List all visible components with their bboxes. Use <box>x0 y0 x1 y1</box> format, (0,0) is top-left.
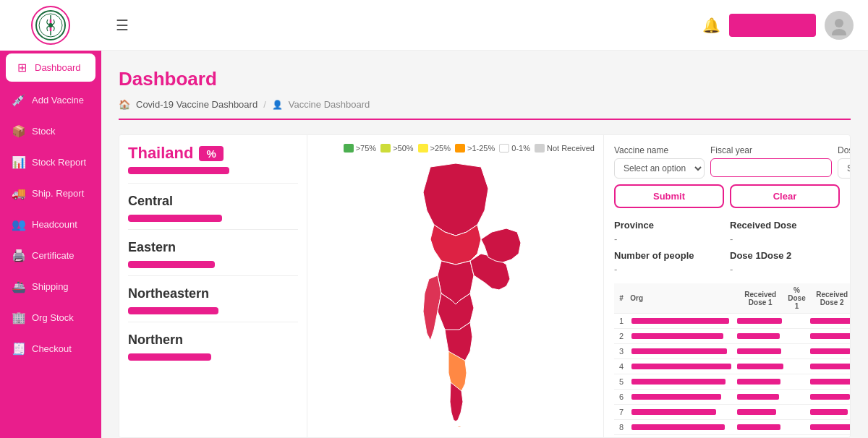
cell-num: 7 <box>614 405 629 420</box>
region-central-name: Central <box>128 194 298 209</box>
table-row: 1 <box>614 314 850 329</box>
table-row: 7 <box>614 405 850 420</box>
clear-button[interactable]: Clear <box>730 184 840 208</box>
cell-d2 <box>807 420 850 435</box>
add-vaccine-icon: 💉 <box>12 93 26 107</box>
region-eastern: Eastern <box>128 229 298 275</box>
region-eastern-name: Eastern <box>128 240 298 255</box>
cell-pct1 <box>786 405 807 420</box>
thailand-label: Thailand <box>128 144 193 163</box>
sidebar-item-certificate[interactable]: 🖨️ Certificate <box>0 240 101 271</box>
cell-org <box>629 314 734 329</box>
cell-pct1 <box>786 374 807 390</box>
org-bar <box>631 333 723 339</box>
sidebar-item-checkout[interactable]: 🧾 Checkout <box>0 333 101 364</box>
region-northeastern-name: Northeastern <box>128 286 298 301</box>
stock-icon: 📦 <box>12 124 26 138</box>
button-row: Submit Clear <box>614 184 840 208</box>
main-content: ☰ 🔔 Dashboard 🏠 Covid-19 Vaccine Dashboa… <box>101 0 868 438</box>
header-right: 🔔 <box>702 11 854 40</box>
cell-d2 <box>807 359 850 374</box>
cell-pct1 <box>786 314 807 329</box>
sidebar-item-dashboard[interactable]: ⊞ Dashboard <box>6 53 95 82</box>
table-row: 4 <box>614 359 850 374</box>
certificate-icon: 🖨️ <box>12 249 26 262</box>
org-bar <box>631 409 716 415</box>
col-num: # <box>614 283 629 314</box>
sidebar-item-add-vaccine[interactable]: 💉 Add Vaccine <box>0 85 101 116</box>
svg-point-6 <box>832 29 846 35</box>
legend-gt1: >1-25% <box>455 144 495 153</box>
svg-point-5 <box>835 19 843 27</box>
dose1-bar <box>737 424 780 430</box>
notification-icon[interactable]: 🔔 <box>702 17 720 34</box>
table-row: 3 <box>614 344 850 359</box>
cell-d1 <box>734 435 786 438</box>
cell-org <box>629 359 734 374</box>
hamburger-button[interactable]: ☰ <box>116 17 129 34</box>
cell-pct1 <box>786 329 807 344</box>
vaccine-name-select[interactable]: Select an option <box>614 158 705 179</box>
cell-num: 1 <box>614 314 629 329</box>
dose-number-label: Dose Number <box>838 145 850 155</box>
cell-num: 2 <box>614 329 629 344</box>
table-row: 8 <box>614 420 850 435</box>
sidebar-item-org-stock[interactable]: 🏢 Org Stock <box>0 302 101 333</box>
cell-num: 6 <box>614 390 629 405</box>
filter-fiscal-year: Fiscal year <box>710 145 832 179</box>
cell-d2 <box>807 435 850 438</box>
sidebar-nav: ⊞ Dashboard 💉 Add Vaccine 📦 Stock 📊 Stoc… <box>0 51 101 364</box>
fiscal-year-input[interactable] <box>710 158 832 177</box>
svg-point-7 <box>456 426 462 427</box>
sidebar-item-shipping[interactable]: 🚢 Shipping <box>0 271 101 302</box>
user-bar <box>729 14 816 37</box>
cell-d1 <box>734 344 786 359</box>
org-bar <box>631 364 731 369</box>
breadcrumb-home[interactable]: Covid-19 Vaccine Dashboard <box>136 99 258 110</box>
dose2-bar <box>810 424 850 430</box>
dose1dose2-title: Dose 1Dose 2 <box>730 250 840 261</box>
sidebar-item-label: Headcount <box>32 219 77 230</box>
filter-dose-number: Dose Number Select an option <box>838 145 850 179</box>
cell-pct1 <box>786 390 807 405</box>
shipping-icon: 🚢 <box>12 280 26 293</box>
header: ☰ 🔔 <box>101 0 868 51</box>
legend-gt25: >25% <box>418 144 451 153</box>
vaccine-name-label: Vaccine name <box>614 145 705 155</box>
number-of-people-value: - <box>614 264 724 275</box>
table-section: # Org ReceivedDose 1 % Dose1 ReceivedDos… <box>614 283 840 437</box>
cell-d2 <box>807 314 850 329</box>
region-northeastern: Northeastern <box>128 275 298 322</box>
checkout-icon: 🧾 <box>12 342 26 356</box>
avatar <box>825 11 854 40</box>
dose1dose2-value: - <box>730 264 840 275</box>
dose-number-select[interactable]: Select an option <box>838 158 850 179</box>
col-d1: ReceivedDose 1 <box>734 283 786 314</box>
info-province: Province - <box>614 220 724 244</box>
dose1-bar <box>737 364 783 369</box>
left-panel: Thailand % Central Eastern Northeastern <box>119 135 307 437</box>
cell-d2 <box>807 329 850 344</box>
cell-d1 <box>734 420 786 435</box>
received-dose-title: Received Dose <box>730 220 840 231</box>
sidebar-item-ship-report[interactable]: 🚚 Ship. Report <box>0 178 101 209</box>
number-of-people-title: Number of people <box>614 250 724 261</box>
cell-pct1 <box>786 435 807 438</box>
table-row: 9 <box>614 435 850 438</box>
table-header-row: # Org ReceivedDose 1 % Dose1 ReceivedDos… <box>614 283 850 314</box>
region-central-bar <box>128 215 222 222</box>
dose2-bar <box>810 394 850 400</box>
table-row: 5 <box>614 374 850 390</box>
table-row: 2 <box>614 329 850 344</box>
submit-button[interactable]: Submit <box>614 184 724 208</box>
page-content: Dashboard 🏠 Covid-19 Vaccine Dashboard /… <box>101 51 868 438</box>
cell-org <box>629 420 734 435</box>
sidebar-item-stock[interactable]: 📦 Stock <box>0 116 101 147</box>
region-central: Central <box>128 183 298 229</box>
table-row: 6 <box>614 390 850 405</box>
sidebar-item-headcount[interactable]: 👥 Headcount <box>0 209 101 240</box>
sidebar-item-stock-report[interactable]: 📊 Stock Report <box>0 147 101 178</box>
logo-icon <box>31 6 70 45</box>
legend-gt01: 0-1% <box>499 144 530 153</box>
cell-pct1 <box>786 420 807 435</box>
